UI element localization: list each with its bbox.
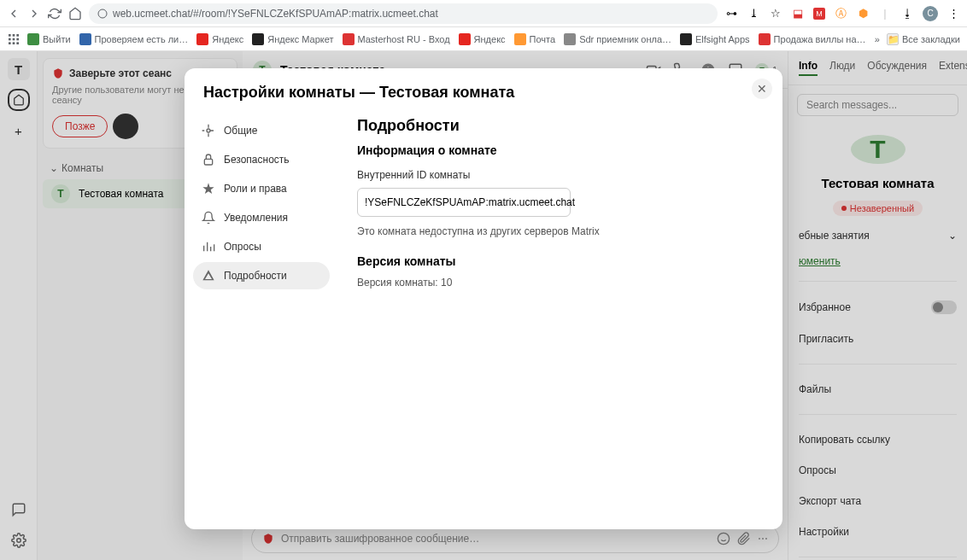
star-icon[interactable]: ☆: [769, 7, 782, 20]
download-icon[interactable]: ⭳: [900, 7, 914, 20]
refresh-icon[interactable]: [48, 7, 62, 20]
nav-polls[interactable]: Опросы: [193, 233, 330, 260]
svg-rect-6: [16, 38, 19, 40]
version-heading: Версия комнаты: [357, 254, 764, 268]
room-id-value: !YSeFNLCZeKfSPUAmAP:matrix.ucmeet.chat: [365, 196, 575, 208]
nav-general[interactable]: Общие: [193, 117, 330, 144]
back-icon[interactable]: [7, 7, 21, 20]
bookmark-item[interactable]: Почта: [514, 33, 556, 45]
room-settings-modal: ✕ Настройки комнаты — Тестовая комната О…: [185, 68, 782, 529]
home-icon[interactable]: [68, 7, 82, 20]
all-bookmarks[interactable]: 📁Все закладки: [887, 33, 960, 45]
room-note: Это комната недоступна из других серверо…: [357, 225, 764, 237]
url-bar[interactable]: web.ucmeet.chat/#/room/!YSeFNLCZeKfSPUAm…: [89, 3, 718, 24]
site-info-icon[interactable]: [97, 9, 108, 19]
profile-avatar[interactable]: C: [923, 6, 938, 21]
svg-rect-3: [16, 34, 19, 37]
svg-rect-5: [13, 38, 15, 40]
svg-rect-1: [9, 34, 11, 37]
more-bookmarks[interactable]: »: [875, 34, 880, 44]
details-heading: Подробности: [357, 117, 764, 135]
modal-nav: Общие Безопасность Роли и права Уведомле…: [185, 117, 338, 529]
svg-point-15: [207, 129, 210, 132]
modal-overlay[interactable]: ✕ Настройки комнаты — Тестовая комната О…: [0, 51, 967, 560]
menu-icon[interactable]: ⋮: [946, 7, 960, 20]
modal-content: Подробности Информация о комнате Внутрен…: [338, 117, 782, 529]
svg-rect-16: [204, 159, 212, 165]
close-icon[interactable]: ✕: [752, 79, 772, 99]
bookmark-item[interactable]: Elfsight Apps: [680, 33, 750, 45]
apps-icon[interactable]: [7, 32, 21, 46]
version-value: Версия комнаты: 10: [357, 277, 764, 289]
room-id-field[interactable]: !YSeFNLCZeKfSPUAmAP:matrix.ucmeet.chat: [357, 188, 571, 217]
install-icon[interactable]: ⤓: [747, 7, 760, 20]
browser-toolbar: web.ucmeet.chat/#/room/!YSeFNLCZeKfSPUAm…: [0, 0, 967, 27]
room-info-heading: Информация о комнате: [357, 143, 764, 157]
ext-icon-4[interactable]: ⬢: [856, 7, 870, 20]
bookmark-item[interactable]: Продажа виллы на…: [759, 33, 866, 45]
bookmark-item[interactable]: Яндекс: [196, 33, 243, 45]
divider: |: [878, 7, 892, 20]
bookmarks-bar: ВыйтиПроверяем есть ли…ЯндексЯндекс Марк…: [0, 27, 967, 51]
url-text: web.ucmeet.chat/#/room/!YSeFNLCZeKfSPUAm…: [113, 8, 438, 20]
bookmark-item[interactable]: Яндекс: [459, 33, 506, 45]
nav-notifications[interactable]: Уведомления: [193, 204, 330, 231]
svg-rect-9: [16, 42, 19, 44]
bookmark-item[interactable]: Выйти: [27, 33, 71, 45]
modal-title: Настройки комнаты — Тестовая комната: [185, 68, 782, 117]
svg-rect-8: [13, 42, 15, 44]
svg-rect-4: [9, 38, 11, 40]
ext-icon-1[interactable]: ⬓: [791, 7, 805, 20]
nav-details[interactable]: Подробности: [193, 262, 330, 289]
ext-icon-2[interactable]: M: [813, 8, 825, 20]
bookmark-item[interactable]: Яндекс Маркет: [252, 33, 333, 45]
forward-icon[interactable]: [27, 7, 41, 20]
nav-roles[interactable]: Роли и права: [193, 175, 330, 202]
nav-security[interactable]: Безопасность: [193, 146, 330, 173]
ext-icon-3[interactable]: Ⓐ: [834, 7, 847, 20]
key-icon[interactable]: ⊶: [724, 7, 738, 20]
svg-rect-2: [13, 34, 15, 37]
bookmark-item[interactable]: Masterhost RU - Вход: [343, 33, 450, 45]
room-id-label: Внутренний ID комнаты: [357, 169, 764, 181]
bookmark-item[interactable]: Sdr приемник онла…: [564, 33, 671, 45]
bookmark-item[interactable]: Проверяем есть ли…: [79, 33, 189, 45]
svg-point-0: [98, 9, 107, 18]
svg-rect-7: [9, 42, 11, 44]
